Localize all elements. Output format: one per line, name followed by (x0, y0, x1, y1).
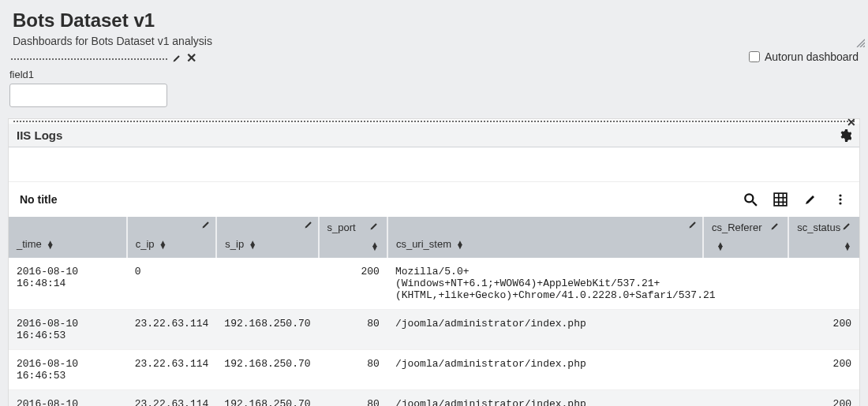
dashboard-header: Bots Dataset v1 Dashboards for Bots Data… (0, 0, 868, 50)
input-row-bar: ✕ Autorun dashboard (0, 50, 868, 65)
table-cell (788, 258, 859, 310)
edit-column-icon[interactable] (688, 220, 698, 232)
resize-handle-icon[interactable] (855, 38, 865, 47)
edit-column-icon[interactable] (842, 222, 851, 233)
table-cell (703, 350, 788, 390)
field1-label: field1 (9, 69, 859, 80)
table-cell: 200 (319, 258, 387, 310)
svg-point-7 (839, 194, 841, 196)
field1-input[interactable] (9, 84, 167, 107)
table-cell: 2016-08-10 16:46:53 (9, 390, 127, 407)
viz-more-button[interactable] (832, 192, 848, 207)
input-field-block: field1 (0, 65, 868, 118)
panel-search-bar-placeholder (9, 147, 859, 182)
col-header-sport[interactable]: s_port ▲▼ (319, 217, 387, 258)
col-header-time[interactable]: _time ▲▼ (9, 217, 127, 258)
col-label-sip: s_ip (225, 238, 244, 250)
viz-search-button[interactable] (743, 192, 758, 207)
viz-header: No title (9, 182, 859, 217)
table-cell (703, 390, 788, 407)
svg-point-8 (839, 198, 841, 200)
edit-column-icon[interactable] (304, 220, 313, 232)
table-cell: 80 (319, 390, 387, 407)
col-header-scstatus[interactable]: sc_status ▲▼ (788, 217, 859, 258)
table-cell: 192.168.250.70 (216, 310, 318, 350)
table-row[interactable]: 2016-08-10 16:46:5323.22.63.114192.168.2… (9, 390, 859, 407)
table-cell (216, 258, 318, 310)
viz-format-button[interactable] (773, 192, 788, 207)
svg-point-0 (745, 194, 753, 202)
table-cell: /joomla/administrator/index.php (387, 310, 703, 350)
sort-icon[interactable]: ▲▼ (47, 240, 54, 248)
page-title: Bots Dataset v1 (13, 9, 855, 32)
drag-handle-icon[interactable] (9, 57, 167, 61)
table-cell: 0 (127, 258, 217, 310)
edit-column-icon[interactable] (369, 222, 379, 233)
table-cell: 80 (319, 310, 387, 350)
sort-icon[interactable]: ▲▼ (456, 240, 464, 248)
sort-icon[interactable]: ▲▼ (716, 242, 724, 250)
panel-close-button[interactable]: ✕ (847, 116, 856, 129)
table-cell: /joomla/administrator/index.php (387, 350, 703, 390)
table-cell: 192.168.250.70 (216, 350, 318, 390)
table-cell: 2016-08-10 16:46:53 (9, 310, 127, 350)
autorun-label: Autorun dashboard (765, 50, 859, 63)
table-cell: 2016-08-10 16:48:14 (9, 258, 127, 310)
svg-rect-2 (774, 193, 787, 206)
edit-column-icon[interactable] (770, 222, 780, 233)
table-cell: 192.168.250.70 (216, 390, 318, 407)
sort-icon[interactable]: ▲▼ (249, 240, 256, 248)
svg-point-9 (839, 202, 841, 204)
edit-column-icon[interactable] (201, 220, 211, 232)
col-label-csuri: cs_uri_stem (396, 238, 451, 250)
panel-titlebar: IIS Logs (9, 124, 859, 147)
delete-row-button[interactable]: ✕ (186, 50, 196, 65)
col-header-csuri[interactable]: cs_uri_stem ▲▼ (387, 217, 703, 258)
panel-drag-handle-icon[interactable]: ✕ (12, 119, 856, 124)
col-label-sport: s_port (327, 222, 356, 233)
sort-icon[interactable]: ▲▼ (371, 242, 379, 250)
table-cell: 80 (319, 350, 387, 390)
table-cell: Mozilla/5.0+(Windows+NT+6.1;+WOW64)+Appl… (387, 258, 703, 310)
sort-icon[interactable]: ▲▼ (159, 240, 167, 248)
table-cell (703, 258, 788, 310)
table-cell: 23.22.63.114 (127, 390, 217, 407)
table-cell: 23.22.63.114 (127, 350, 217, 390)
col-label-cip: c_ip (136, 238, 155, 250)
table-cell: 200 (788, 310, 859, 350)
panel: ✕ IIS Logs No title (8, 118, 860, 406)
panel-settings-button[interactable] (839, 129, 851, 142)
table-cell: 200 (788, 350, 859, 390)
col-label-csref: cs_Referer (712, 222, 762, 233)
svg-line-1 (753, 202, 757, 206)
col-label-time: _time (17, 238, 42, 250)
table-cell: 2016-08-10 16:46:53 (9, 350, 127, 390)
edit-row-button[interactable] (172, 54, 181, 63)
table-cell (703, 310, 788, 350)
viz-title: No title (20, 193, 57, 206)
results-table: _time ▲▼ c_ip ▲▼ (9, 217, 859, 406)
table-cell: 23.22.63.114 (127, 310, 217, 350)
col-header-cip[interactable]: c_ip ▲▼ (127, 217, 217, 258)
viz-edit-button[interactable] (803, 192, 818, 207)
sort-icon[interactable]: ▲▼ (844, 242, 851, 250)
col-label-scstatus: sc_status (797, 222, 840, 233)
col-header-csref[interactable]: cs_Referer ▲▼ (703, 217, 788, 258)
autorun-checkbox-input[interactable] (749, 51, 760, 62)
page-subtitle: Dashboards for Bots Dataset v1 analysis (13, 35, 855, 47)
col-header-sip[interactable]: s_ip ▲▼ (216, 217, 318, 258)
autorun-checkbox[interactable]: Autorun dashboard (749, 50, 859, 63)
table-row[interactable]: 2016-08-10 16:48:140200Mozilla/5.0+(Wind… (9, 258, 859, 310)
table-row[interactable]: 2016-08-10 16:46:5323.22.63.114192.168.2… (9, 310, 859, 350)
table-row[interactable]: 2016-08-10 16:46:5323.22.63.114192.168.2… (9, 350, 859, 390)
table-cell: 200 (788, 390, 859, 407)
table-cell: /joomla/administrator/index.php (387, 390, 703, 407)
panel-title: IIS Logs (17, 129, 62, 142)
